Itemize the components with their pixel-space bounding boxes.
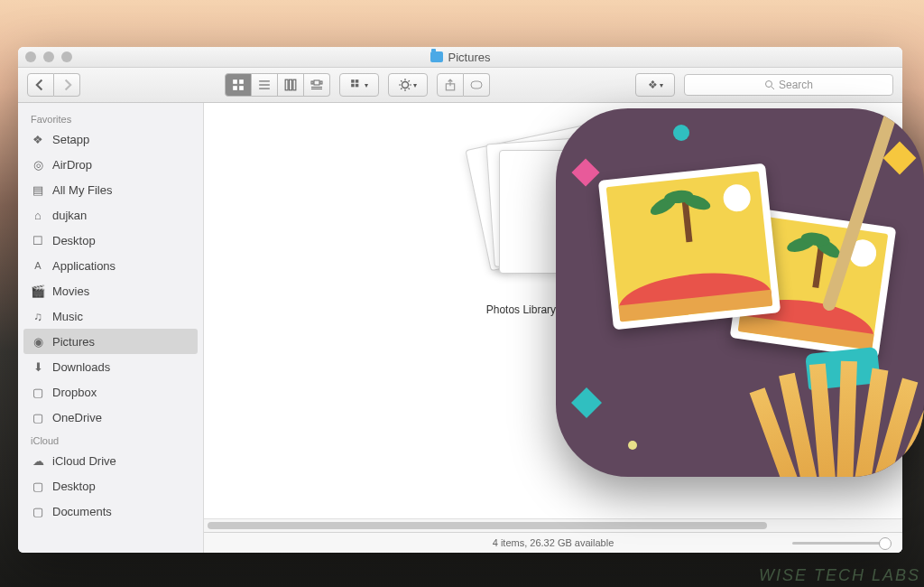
close-window-button[interactable] bbox=[25, 51, 36, 62]
svg-line-31 bbox=[772, 87, 774, 89]
sidebar-item-dropbox[interactable]: ▢Dropbox bbox=[18, 379, 203, 405]
sidebar-item-label: Desktop bbox=[52, 234, 96, 247]
desktop-icon: ☐ bbox=[31, 233, 45, 247]
decorative-dot bbox=[628, 441, 637, 450]
home-icon: ⌂ bbox=[31, 208, 45, 222]
svg-rect-8 bbox=[290, 79, 292, 90]
svg-rect-13 bbox=[311, 87, 322, 88]
svg-rect-3 bbox=[239, 86, 244, 90]
toolbar: ▾ ▾ ❖▾ Search bbox=[18, 68, 902, 103]
diamond-icon: ❖ bbox=[31, 132, 45, 146]
sidebar-item-label: OneDrive bbox=[52, 411, 102, 424]
window-controls bbox=[25, 51, 72, 62]
folder-icon: ▢ bbox=[31, 385, 45, 399]
coverflow-view-button[interactable] bbox=[304, 73, 330, 97]
window-title: Pictures bbox=[78, 51, 843, 64]
dropbox-icon: ❖ bbox=[648, 79, 658, 91]
downloads-icon: ⬇ bbox=[31, 359, 45, 374]
sidebar-item-label: Desktop bbox=[52, 480, 96, 493]
nav-buttons bbox=[27, 73, 80, 97]
window-title-text: Pictures bbox=[448, 51, 491, 64]
sidebar-item-allmyfiles[interactable]: ▤All My Files bbox=[18, 177, 203, 202]
svg-rect-17 bbox=[351, 84, 355, 88]
search-field[interactable]: Search bbox=[684, 74, 893, 96]
dropbox-toolbar-button[interactable]: ❖▾ bbox=[635, 73, 675, 97]
svg-line-26 bbox=[401, 89, 402, 89]
scrollbar-thumb[interactable] bbox=[208, 522, 767, 529]
titlebar: Pictures bbox=[18, 47, 902, 68]
desktop-background: Pictures ▾ ▾ ❖▾ bbox=[0, 0, 924, 587]
broom-icon bbox=[753, 350, 924, 477]
svg-rect-4 bbox=[259, 80, 270, 81]
sidebar-item-setapp[interactable]: ❖Setapp bbox=[18, 126, 203, 152]
status-text: 4 items, 26.32 GB available bbox=[493, 537, 614, 548]
back-button[interactable] bbox=[27, 73, 54, 97]
sidebar: Favorites ❖Setapp ◎AirDrop ▤All My Files… bbox=[18, 103, 204, 553]
tags-button[interactable] bbox=[464, 73, 490, 97]
view-mode-group bbox=[225, 73, 330, 97]
sidebar-item-home[interactable]: ⌂dujkan bbox=[18, 202, 203, 228]
sidebar-item-music[interactable]: ♫Music bbox=[18, 303, 203, 329]
sidebar-section-header: iCloud bbox=[18, 430, 203, 448]
photo-thumbnail bbox=[598, 163, 781, 331]
sidebar-item-desktop[interactable]: ☐Desktop bbox=[18, 228, 203, 253]
folder-icon: ▢ bbox=[31, 504, 45, 518]
share-button[interactable] bbox=[437, 73, 464, 97]
action-dropdown[interactable]: ▾ bbox=[388, 73, 428, 97]
sidebar-item-applications[interactable]: AApplications bbox=[18, 253, 203, 278]
watermark-text: WISE TECH LABS bbox=[759, 566, 920, 585]
list-view-button[interactable] bbox=[252, 73, 278, 97]
search-placeholder: Search bbox=[779, 79, 813, 91]
status-bar: 4 items, 26.32 GB available bbox=[204, 532, 902, 553]
folder-icon: ▢ bbox=[31, 410, 45, 424]
sidebar-item-label: Documents bbox=[52, 505, 112, 518]
icon-view-button[interactable] bbox=[225, 73, 252, 97]
pictures-icon: ◉ bbox=[31, 334, 45, 349]
svg-point-30 bbox=[765, 81, 772, 88]
svg-rect-12 bbox=[320, 81, 322, 84]
sidebar-item-label: iCloud Drive bbox=[52, 454, 116, 468]
forward-button[interactable] bbox=[54, 73, 80, 97]
svg-rect-1 bbox=[239, 79, 244, 84]
sidebar-item-label: Setapp bbox=[52, 133, 89, 146]
sidebar-item-documents[interactable]: ▢Documents bbox=[18, 498, 203, 524]
svg-rect-7 bbox=[285, 79, 288, 90]
cloud-icon: ☁ bbox=[31, 453, 45, 468]
decorative-dot bbox=[673, 125, 689, 141]
applications-icon: A bbox=[31, 258, 45, 273]
share-tag-group bbox=[437, 73, 490, 97]
sidebar-item-iclouddrive[interactable]: ☁iCloud Drive bbox=[18, 448, 203, 473]
svg-point-19 bbox=[402, 82, 409, 89]
sidebar-item-movies[interactable]: 🎬Movies bbox=[18, 278, 203, 303]
sidebar-item-onedrive[interactable]: ▢OneDrive bbox=[18, 405, 203, 430]
sidebar-item-airdrop[interactable]: ◎AirDrop bbox=[18, 152, 203, 177]
airdrop-icon: ◎ bbox=[31, 157, 45, 172]
search-icon bbox=[764, 79, 775, 90]
sidebar-item-label: Dropbox bbox=[52, 386, 97, 399]
svg-rect-14 bbox=[311, 89, 322, 89]
allfiles-icon: ▤ bbox=[31, 182, 45, 197]
zoom-knob[interactable] bbox=[879, 537, 892, 550]
svg-rect-15 bbox=[351, 79, 355, 83]
horizontal-scrollbar[interactable] bbox=[204, 518, 902, 532]
minimize-window-button[interactable] bbox=[43, 51, 54, 62]
sidebar-item-label: dujkan bbox=[52, 209, 87, 222]
zoom-slider[interactable] bbox=[792, 536, 892, 549]
sidebar-item-label: All My Files bbox=[52, 183, 112, 197]
arrange-dropdown[interactable]: ▾ bbox=[339, 73, 379, 97]
sidebar-section-header: Favorites bbox=[18, 108, 203, 126]
sidebar-item-label: Movies bbox=[52, 284, 89, 298]
sidebar-item-downloads[interactable]: ⬇Downloads bbox=[18, 354, 203, 379]
sidebar-item-icloud-desktop[interactable]: ▢Desktop bbox=[18, 473, 203, 498]
sparkle-icon bbox=[883, 142, 917, 175]
column-view-button[interactable] bbox=[278, 73, 304, 97]
sidebar-item-pictures[interactable]: ◉Pictures bbox=[23, 329, 198, 354]
maximize-window-button[interactable] bbox=[61, 51, 72, 62]
svg-rect-11 bbox=[311, 81, 313, 84]
svg-rect-16 bbox=[356, 79, 359, 83]
svg-line-27 bbox=[409, 80, 410, 81]
svg-rect-5 bbox=[259, 84, 270, 85]
svg-rect-29 bbox=[471, 81, 482, 89]
sidebar-item-label: Downloads bbox=[52, 360, 110, 374]
sparkle-icon bbox=[571, 158, 599, 186]
